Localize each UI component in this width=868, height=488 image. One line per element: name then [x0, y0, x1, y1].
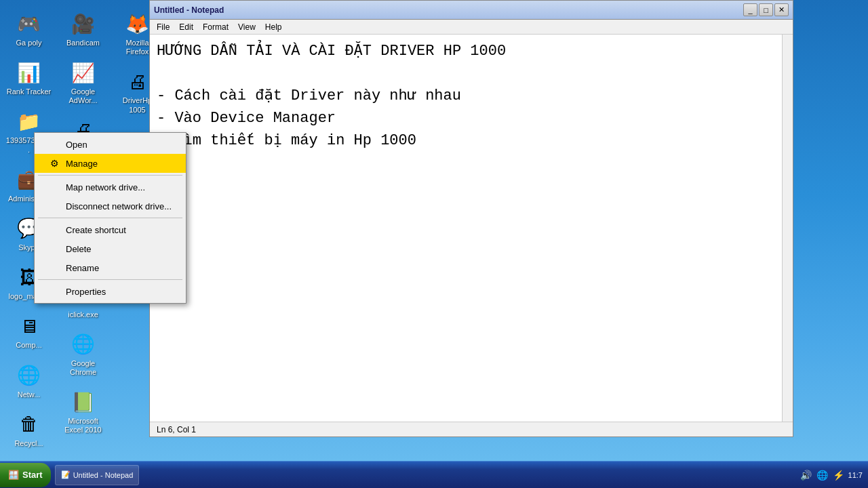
context-menu-disconnect-network-label: Disconnect network drive... — [66, 201, 172, 211]
menu-format[interactable]: Format — [199, 21, 233, 33]
context-menu-rename-label: Rename — [66, 263, 99, 273]
maximize-button[interactable]: □ — [759, 3, 773, 16]
create-shortcut-icon — [48, 224, 60, 236]
context-menu-delete[interactable]: Delete — [35, 239, 186, 258]
context-menu-delete-label: Delete — [66, 244, 92, 254]
menu-file[interactable]: File — [153, 21, 174, 33]
tray-sound-icon[interactable]: 🔊 — [800, 468, 813, 482]
desktop-icon-excel-2010[interactable]: 📗 Microsoft Excel 2010 — [58, 385, 108, 438]
context-menu-map-network[interactable]: Map network drive... — [35, 178, 186, 197]
notepad-editor-area: HƯỚNG DẪN TẢI VÀ CÀI ĐẶT DRIVER HP 1000 … — [150, 35, 793, 422]
excel-2010-icon: 📗 — [70, 388, 97, 415]
menu-edit[interactable]: Edit — [175, 21, 197, 33]
notepad-textarea[interactable]: HƯỚNG DẪN TẢI VÀ CÀI ĐẶT DRIVER HP 1000 … — [150, 35, 793, 422]
delete-icon — [48, 243, 60, 255]
open-icon — [48, 138, 60, 150]
notepad-titlebar: Untitled - Notepad _ □ ✕ — [150, 1, 793, 20]
notepad-title: Untitled - Notepad — [154, 5, 224, 15]
taskbar-notepad[interactable]: 📝 Untitled - Notepad — [55, 465, 140, 485]
notepad-statusbar: Ln 6, Col 1 — [150, 422, 793, 436]
context-menu-properties[interactable]: Properties — [35, 282, 186, 301]
properties-icon — [48, 285, 60, 298]
taskbar-notepad-label: Untitled - Notepad — [73, 471, 134, 479]
driverhp-icon: 🖨 — [124, 68, 151, 95]
context-menu-separator-2 — [38, 218, 182, 218]
1393573-icon: 📁 — [16, 108, 43, 135]
rename-icon — [48, 262, 60, 274]
minimize-button[interactable]: _ — [743, 3, 757, 16]
close-button[interactable]: ✕ — [774, 3, 789, 16]
desktop-icon-comp[interactable]: 🖥 Comp... — [3, 309, 54, 353]
desktop-icon-google-chrome[interactable]: 🌐 Google Chrome — [58, 327, 108, 380]
desktop-icon-recycle[interactable]: 🗑 Recycl... — [3, 407, 54, 451]
notepad-scrollbar[interactable] — [782, 35, 793, 422]
comp-label: Comp... — [16, 341, 42, 350]
google-chrome-label: Google Chrome — [60, 359, 106, 377]
context-menu-open-label: Open — [66, 140, 87, 150]
tray-network-icon[interactable]: 🌐 — [816, 468, 829, 482]
context-menu: Open ⚙ Manage Map network drive... Disco… — [34, 132, 186, 304]
google-adw-label: Google AdWor... — [60, 87, 106, 105]
network-icon: 🌐 — [16, 362, 43, 389]
taskbar-notepad-icon: 📝 — [61, 470, 71, 479]
context-menu-separator-3 — [38, 279, 182, 280]
desktop-icon-rank-tracker[interactable]: 📊 Rank Tracker — [3, 56, 54, 100]
excel-2010-label: Microsoft Excel 2010 — [60, 417, 106, 434]
context-menu-separator-1 — [38, 175, 182, 176]
bandicam-label: Bandicam — [66, 39, 100, 47]
context-menu-manage-label: Manage — [66, 159, 98, 169]
manage-icon: ⚙ — [48, 157, 60, 169]
taskbar-tray: 🔊 🌐 ⚡ 11:7 — [794, 468, 868, 482]
desktop-icon-bandicam[interactable]: 🎥 Bandicam — [58, 7, 108, 51]
ga-poly-label: Ga poly — [16, 39, 42, 47]
disconnect-network-icon — [48, 200, 60, 212]
comp-icon: 🖥 — [16, 312, 43, 340]
context-menu-map-network-label: Map network drive... — [66, 182, 145, 192]
tray-power-icon[interactable]: ⚡ — [832, 468, 846, 482]
desktop-icon-google-adw[interactable]: 📈 Google AdWor... — [58, 56, 108, 108]
start-button[interactable]: 🪟 Start — [0, 463, 51, 487]
desktop: 🎮 Ga poly 📊 Rank Tracker 📁 1393573_78...… — [0, 0, 868, 488]
iclick-label: iclick.exe — [68, 310, 98, 319]
taskbar-clock: 11:7 — [848, 471, 863, 479]
desktop-icon-network[interactable]: 🌐 Netw... — [3, 359, 54, 403]
notepad-menubar: File Edit Format View Help — [150, 20, 793, 35]
menu-view[interactable]: View — [234, 21, 260, 33]
start-label: Start — [22, 470, 43, 480]
context-menu-open[interactable]: Open — [35, 135, 186, 154]
ga-poly-icon: 🎮 — [16, 10, 43, 37]
context-menu-rename[interactable]: Rename — [35, 258, 186, 277]
windows-logo: 🪟 — [8, 470, 19, 480]
recycle-label: Recycl... — [14, 439, 43, 448]
context-menu-create-shortcut[interactable]: Create shortcut — [35, 220, 186, 239]
rank-tracker-label: Rank Tracker — [7, 87, 51, 96]
recycle-icon: 🗑 — [16, 411, 43, 438]
rank-tracker-icon: 📊 — [16, 59, 43, 86]
context-menu-create-shortcut-label: Create shortcut — [66, 225, 126, 235]
google-chrome-icon: 🌐 — [70, 331, 97, 358]
menu-help[interactable]: Help — [261, 21, 286, 33]
taskbar: 🪟 Start 📝 Untitled - Notepad 🔊 🌐 ⚡ 11:7 — [0, 461, 868, 488]
notepad-window: Untitled - Notepad _ □ ✕ File Edit Forma… — [149, 0, 793, 437]
taskbar-items: 📝 Untitled - Notepad — [55, 465, 794, 485]
context-menu-manage[interactable]: ⚙ Manage — [35, 154, 186, 173]
cursor-position: Ln 6, Col 1 — [157, 425, 196, 434]
firefox-icon: 🦊 — [124, 10, 151, 37]
context-menu-properties-label: Properties — [66, 287, 106, 297]
notepad-window-controls: _ □ ✕ — [743, 3, 789, 16]
map-network-icon — [48, 181, 60, 193]
google-adw-icon: 📈 — [70, 59, 97, 86]
desktop-icon-ga-poly[interactable]: 🎮 Ga poly — [3, 7, 54, 51]
network-label: Netw... — [18, 390, 41, 399]
context-menu-disconnect-network[interactable]: Disconnect network drive... — [35, 197, 186, 216]
bandicam-icon: 🎥 — [70, 10, 97, 37]
